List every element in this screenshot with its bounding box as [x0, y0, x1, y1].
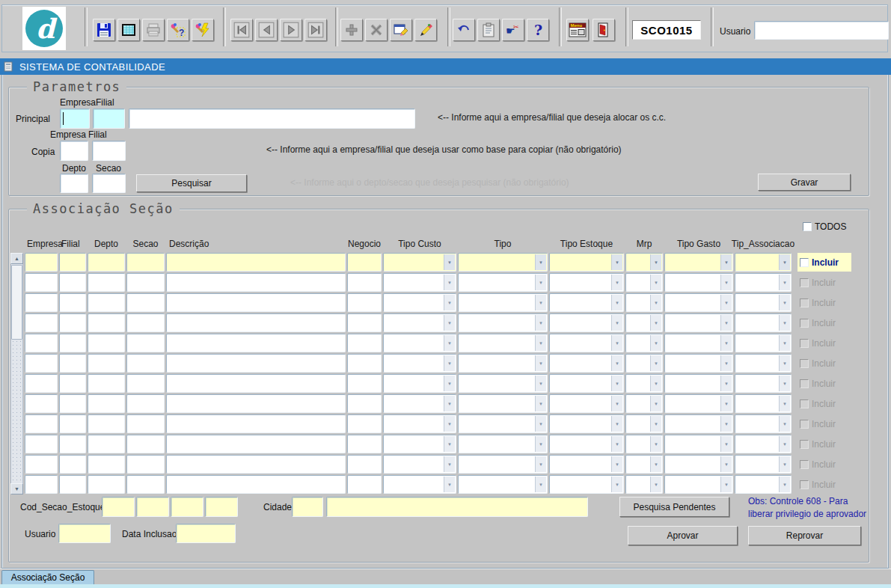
cell-tipo-gasto[interactable]: ▼: [664, 455, 733, 474]
incluir-checkbox[interactable]: [800, 339, 809, 348]
cell-mrp[interactable]: ▼: [625, 334, 663, 352]
cell-filial[interactable]: [59, 435, 86, 453]
cell-descricao[interactable]: [166, 435, 346, 453]
incluir-checkbox[interactable]: [800, 420, 809, 429]
cell-tipo-gasto[interactable]: ▼: [664, 273, 733, 292]
cell-tipo-gasto[interactable]: ▼: [664, 394, 733, 413]
cell-tipo-estoque[interactable]: ▼: [549, 293, 624, 312]
cell-descricao[interactable]: [166, 313, 346, 332]
cell-tipo-gasto[interactable]: ▼: [664, 414, 733, 433]
dropdown-arrow-icon[interactable]: ▼: [720, 254, 732, 270]
cell-tip-associacao[interactable]: ▼: [735, 435, 792, 453]
cell-filial[interactable]: [59, 313, 86, 332]
cell-mrp[interactable]: ▼: [625, 374, 663, 393]
cell-empresa[interactable]: [25, 354, 58, 373]
cell-tipo-custo[interactable]: ▼: [383, 354, 456, 373]
undo-button[interactable]: [453, 19, 475, 41]
cell-mrp[interactable]: ▼: [625, 293, 663, 312]
dropdown-arrow-icon[interactable]: ▼: [535, 254, 546, 270]
cell-tip-associacao[interactable]: ▼: [735, 273, 792, 292]
dropdown-arrow-icon[interactable]: ▼: [779, 376, 790, 391]
dropdown-arrow-icon[interactable]: ▼: [611, 315, 622, 331]
scroll-down-button[interactable]: ▼: [10, 483, 23, 494]
cell-depto[interactable]: [88, 414, 125, 433]
cell-empresa[interactable]: [25, 374, 58, 393]
cell-depto[interactable]: [88, 475, 125, 494]
cell-negocio[interactable]: [347, 374, 382, 393]
cell-empresa[interactable]: [25, 414, 58, 433]
cell-tipo-gasto[interactable]: ▼: [664, 475, 733, 494]
cell-secao[interactable]: [126, 374, 165, 393]
save-button[interactable]: [93, 19, 115, 41]
cell-mrp[interactable]: ▼: [625, 354, 663, 373]
dropdown-arrow-icon[interactable]: ▼: [650, 416, 661, 432]
cell-tipo-estoque[interactable]: ▼: [549, 334, 624, 352]
incluir-checkbox[interactable]: [800, 359, 809, 368]
cell-depto[interactable]: [88, 435, 125, 453]
cell-filial[interactable]: [59, 273, 86, 292]
cidade-name-field[interactable]: [326, 497, 588, 517]
cell-tip-associacao[interactable]: ▼: [735, 253, 792, 272]
incluir-checkbox[interactable]: [800, 440, 809, 449]
cell-tip-associacao[interactable]: ▼: [735, 334, 792, 352]
dropdown-arrow-icon[interactable]: ▼: [779, 275, 790, 290]
dropdown-arrow-icon[interactable]: ▼: [444, 416, 455, 432]
cell-negocio[interactable]: [347, 334, 382, 352]
cell-tipo-custo[interactable]: ▼: [383, 293, 456, 312]
dropdown-arrow-icon[interactable]: ▼: [535, 416, 546, 432]
cell-descricao[interactable]: [166, 475, 346, 494]
cell-tip-associacao[interactable]: ▼: [735, 475, 792, 494]
cell-filial[interactable]: [59, 455, 86, 474]
cell-depto[interactable]: [88, 354, 125, 373]
dropdown-arrow-icon[interactable]: ▼: [650, 335, 661, 351]
cell-mrp[interactable]: ▼: [625, 253, 663, 272]
cell-depto[interactable]: [88, 334, 125, 352]
cell-secao[interactable]: [126, 394, 165, 413]
cell-secao[interactable]: [126, 435, 165, 453]
dropdown-arrow-icon[interactable]: ▼: [611, 396, 622, 411]
cell-empresa[interactable]: [25, 253, 58, 272]
dropdown-arrow-icon[interactable]: ▼: [535, 335, 546, 351]
cell-descricao[interactable]: [166, 273, 346, 292]
cell-depto[interactable]: [88, 394, 125, 413]
dropdown-arrow-icon[interactable]: ▼: [720, 436, 732, 452]
cell-empresa[interactable]: [25, 455, 58, 474]
dropdown-arrow-icon[interactable]: ▼: [611, 456, 622, 472]
cell-secao[interactable]: [126, 253, 165, 272]
cell-tipo-estoque[interactable]: ▼: [549, 394, 624, 413]
cell-mrp[interactable]: ▼: [625, 475, 663, 494]
screen-button[interactable]: [117, 19, 140, 41]
incluir-checkbox[interactable]: [800, 480, 809, 489]
dropdown-arrow-icon[interactable]: ▼: [611, 355, 622, 371]
print-button[interactable]: [142, 19, 165, 41]
user-input[interactable]: [754, 21, 889, 40]
cell-tipo-estoque[interactable]: ▼: [549, 455, 624, 474]
cell-secao[interactable]: [126, 354, 165, 373]
dropdown-arrow-icon[interactable]: ▼: [535, 275, 546, 290]
cell-tipo[interactable]: ▼: [458, 455, 548, 474]
cell-depto[interactable]: [88, 455, 125, 474]
dropdown-arrow-icon[interactable]: ▼: [650, 396, 661, 411]
cell-tipo-custo[interactable]: ▼: [383, 414, 456, 433]
cell-secao[interactable]: [126, 273, 165, 292]
dropdown-arrow-icon[interactable]: ▼: [720, 416, 732, 432]
cell-tipo[interactable]: ▼: [458, 394, 548, 413]
delete-record-button[interactable]: [365, 19, 388, 41]
secao-field[interactable]: [92, 174, 126, 193]
cell-depto[interactable]: [88, 293, 125, 312]
insert-record-button[interactable]: [340, 19, 363, 41]
cell-tipo-estoque[interactable]: ▼: [549, 475, 624, 494]
cell-tipo-gasto[interactable]: ▼: [664, 354, 733, 373]
cell-negocio[interactable]: [347, 455, 382, 474]
cell-negocio[interactable]: [347, 354, 382, 373]
last-record-button[interactable]: [304, 19, 327, 41]
cell-filial[interactable]: [59, 414, 86, 433]
cell-tipo-estoque[interactable]: ▼: [549, 414, 624, 433]
dropdown-arrow-icon[interactable]: ▼: [611, 335, 622, 351]
cell-tipo-estoque[interactable]: ▼: [549, 374, 624, 393]
cell-secao[interactable]: [126, 475, 165, 494]
cell-empresa[interactable]: [25, 435, 58, 453]
dropdown-arrow-icon[interactable]: ▼: [444, 436, 455, 452]
dropdown-arrow-icon[interactable]: ▼: [650, 275, 661, 290]
cell-tipo-custo[interactable]: ▼: [383, 273, 456, 292]
